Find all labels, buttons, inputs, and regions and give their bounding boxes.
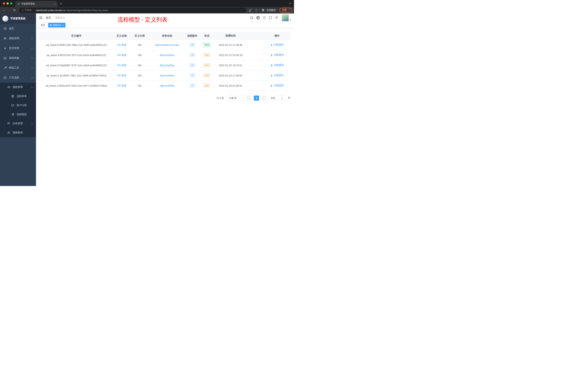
next-page-button[interactable]: › [261, 96, 266, 101]
top-navbar: 首页 / 流程定义 ? tT [36, 13, 294, 22]
sidebar-item-workflow[interactable]: 工作流程 [0, 73, 36, 83]
definition-name-link[interactable]: OA 请假 [117, 43, 126, 46]
definition-name-link[interactable]: OA 请假 [117, 84, 126, 87]
tool-icon [4, 66, 7, 69]
menu-kebab-icon[interactable]: ⋮ [288, 9, 291, 12]
incognito-icon [261, 8, 265, 12]
dashboard-icon [4, 27, 7, 30]
update-label: 更新 [282, 9, 287, 12]
definition-name-link[interactable]: OA 请假 [117, 74, 126, 77]
sidebar-item-task-management[interactable]: 任务管理 [0, 119, 36, 128]
status-badge: 挂起 [203, 83, 211, 88]
app-root: 芋道管理系统 首页 系统管理 ¥ 支付管理 基础设施 [0, 13, 294, 186]
table-row: oa_leave:4:991f2193-7b7f-11ec-a3c8-acde4… [40, 50, 290, 60]
form-info-link[interactable]: /bpm/oa/flow [160, 84, 174, 87]
address-bar[interactable]: ⚠ 不安全 dashboard.yudao.iocoder.cn/bpm/man… [19, 8, 246, 13]
sidebar-item-home[interactable]: 首页 [0, 24, 36, 33]
menu-fold-icon[interactable] [39, 16, 43, 20]
user-icon [270, 85, 273, 87]
user-icon [270, 64, 273, 66]
sidebar-item-infrastructure[interactable]: 基础设施 [0, 53, 36, 63]
sidebar-item-devtools[interactable]: 研发工具 [0, 63, 36, 73]
column-header: 定义分类 [130, 32, 149, 40]
navbar-icons: ? tT [250, 14, 291, 21]
chevron-down-icon [241, 97, 243, 98]
font-size-icon[interactable]: tT [274, 15, 279, 20]
prev-page-button[interactable]: ‹ [247, 96, 252, 101]
browser-update-button[interactable]: 更新 ⋮ [279, 8, 292, 13]
form-info-link[interactable]: /bpm/oa/leave/create [155, 44, 179, 46]
page-size-select[interactable]: 10条/页 [227, 96, 244, 101]
assign-rule-link[interactable]: 分配规则 [270, 74, 284, 77]
new-tab-button[interactable]: + [60, 2, 62, 6]
version-badge: v4 [189, 53, 195, 57]
form-info-link[interactable]: /bpm/oa/flow [160, 54, 174, 57]
sidebar-item-leave-query[interactable]: 请假查询 [0, 128, 36, 137]
page-content: 定义编号 定义名称 定义分类 表单信息 流程版本 状态 部署时间 操作 [36, 28, 294, 186]
back-button[interactable]: ← [2, 8, 7, 13]
password-key-icon[interactable] [248, 8, 252, 12]
assign-rule-link[interactable]: 分配规则 [270, 84, 284, 87]
cell-definition-id: oa_leave:1:482ec033-762a-11ec-8477-a2380… [40, 81, 113, 91]
sidebar-logo: 芋道管理系统 [0, 13, 36, 24]
sidebar-item-payment[interactable]: ¥ 支付管理 [0, 43, 36, 53]
current-page-button[interactable]: 1 [254, 96, 259, 101]
assign-rule-link[interactable]: 分配规则 [270, 64, 284, 67]
pagination-total: 共 5 条 [217, 97, 224, 100]
incognito-badge: 无痕模式 [261, 8, 276, 12]
sidebar-item-process-form[interactable]: 流程表单 [0, 92, 36, 101]
tag-home[interactable]: 首页 [39, 23, 47, 27]
status-badge: 挂起 [203, 73, 211, 78]
avatar[interactable] [282, 14, 289, 21]
assign-rule-link[interactable]: 分配规则 [270, 43, 284, 46]
tag-process-definition[interactable]: 流程定义 × [48, 23, 65, 27]
sidebar-item-system[interactable]: 系统管理 [0, 33, 36, 43]
form-info-link[interactable]: /bpm/oa/flow [160, 64, 174, 67]
security-label[interactable]: 不安全 [25, 9, 32, 12]
tab-close-icon[interactable]: × [54, 2, 56, 5]
bookmark-star-icon[interactable]: ☆ [254, 8, 259, 12]
breadcrumb-home[interactable]: 首页 [46, 16, 51, 20]
monitor-icon [4, 57, 7, 59]
user-avatar-menu[interactable] [282, 14, 291, 21]
sidebar-item-label: 流程管理 [12, 86, 23, 89]
column-header: 操作 [264, 32, 290, 40]
sidebar-item-process-management[interactable]: 流程管理 [0, 83, 36, 92]
table-header-row: 定义编号 定义名称 定义分类 表单信息 流程版本 状态 部署时间 操作 [40, 32, 290, 40]
definition-name-link[interactable]: OA 请假 [117, 54, 126, 56]
definition-table: 定义编号 定义名称 定义分类 表单信息 流程版本 状态 部署时间 操作 [40, 32, 290, 91]
search-icon[interactable] [250, 15, 254, 20]
cell-category: OA [130, 40, 149, 50]
column-header: 状态 [200, 32, 214, 40]
goto-label: 前往 [271, 97, 276, 100]
tab-search-chevron-icon[interactable] [289, 2, 292, 4]
breadcrumb: 首页 / 流程定义 [46, 16, 65, 20]
user-icon [270, 44, 273, 46]
sidebar-item-label: 首页 [9, 27, 14, 30]
refresh-button[interactable]: ↻ [12, 8, 17, 13]
form-info-link[interactable]: /bpm/oa/flow [160, 74, 174, 77]
cell-filler [247, 70, 264, 81]
table-row: oa_leave:3:1fad3d93-7b75-11ec-a3c8-acde4… [40, 60, 290, 70]
github-icon[interactable] [256, 15, 260, 20]
minimize-window-button[interactable] [7, 2, 9, 5]
status-badge: 挂起 [203, 63, 211, 67]
browser-tab[interactable]: 芋道管理系统 × [15, 1, 57, 7]
cell-deploy-time: 2022-01-16 17:46:53 [214, 70, 247, 81]
zoom-window-button[interactable] [10, 2, 12, 5]
sidebar-item-label: 支付管理 [9, 47, 19, 50]
sidebar-item-user-group[interactable]: 用户分组 [0, 101, 36, 110]
column-header-filler [247, 32, 264, 40]
active-tag-dot [50, 24, 52, 26]
help-icon[interactable]: ? [262, 15, 267, 20]
forward-button[interactable]: → [7, 8, 12, 13]
tag-close-icon[interactable]: × [62, 24, 64, 26]
column-header: 部署时间 [214, 32, 247, 40]
goto-page-input[interactable] [278, 96, 286, 101]
chevron-down-icon [31, 37, 33, 39]
definition-name-link[interactable]: OA 请假 [117, 64, 126, 67]
close-window-button[interactable] [3, 2, 5, 5]
assign-rule-link[interactable]: 分配规则 [270, 53, 284, 57]
fullscreen-icon[interactable] [268, 15, 273, 20]
sidebar-item-process-model[interactable]: 流程模型 [0, 110, 36, 119]
